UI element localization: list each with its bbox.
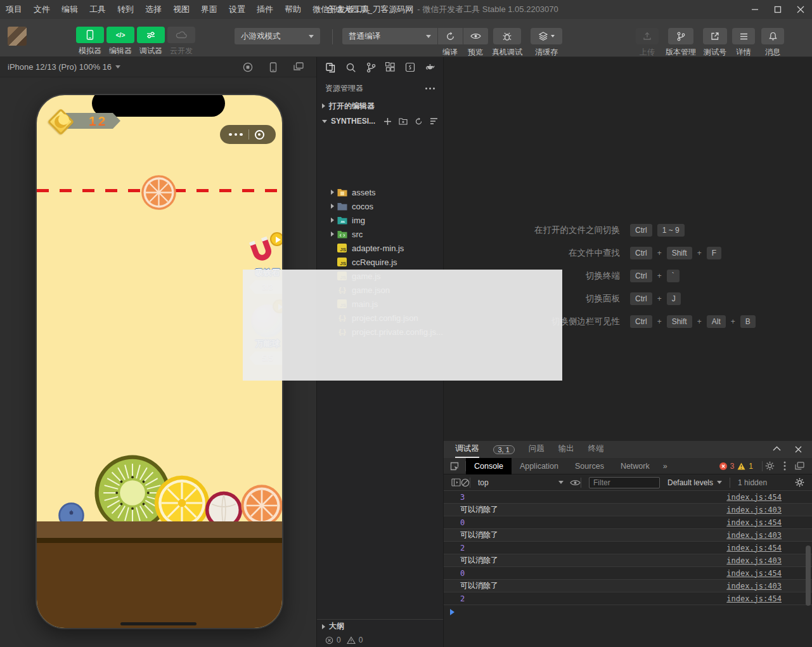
multi-window-icon[interactable]: [293, 62, 304, 72]
log-row[interactable]: 0index.js:454: [444, 516, 812, 529]
close-button[interactable]: [789, 0, 812, 19]
log-row[interactable]: 可以消除了index.js:403: [444, 504, 812, 516]
log-row[interactable]: 3index.js:454: [444, 491, 812, 504]
eye-icon[interactable]: [570, 479, 581, 487]
kebab-menu-icon[interactable]: [783, 461, 786, 471]
menu-edit[interactable]: 编辑: [56, 0, 84, 19]
menu-help[interactable]: 帮助: [279, 0, 307, 19]
outline-section[interactable]: 大纲: [317, 619, 443, 633]
source-link[interactable]: index.js:403: [726, 582, 782, 591]
menu-goto[interactable]: 转到: [112, 0, 139, 19]
tab-debugger[interactable]: 调试器: [455, 441, 479, 458]
test-account-button[interactable]: 测试号: [701, 28, 729, 58]
menu-project[interactable]: 项目: [0, 0, 28, 19]
compile-mode-select[interactable]: 普通编译: [342, 28, 437, 44]
rotate-device-icon[interactable]: [269, 62, 277, 72]
tab-problems[interactable]: 问题: [529, 441, 545, 458]
collapse-panel-icon[interactable]: [773, 446, 781, 453]
clear-cache-button[interactable]: 清缓存: [530, 28, 563, 58]
log-row[interactable]: 2index.js:454: [444, 592, 812, 605]
version-management-button[interactable]: 版本管理: [664, 28, 697, 58]
panel-sources[interactable]: Sources: [567, 458, 612, 474]
more-panels-icon[interactable]: »: [658, 462, 673, 471]
menu-tools[interactable]: 工具: [84, 0, 112, 19]
source-link[interactable]: index.js:454: [726, 569, 782, 578]
menu-plugins[interactable]: 插件: [251, 0, 279, 19]
source-link[interactable]: index.js:403: [726, 531, 782, 540]
more-menu-button[interactable]: [229, 133, 243, 136]
source-link[interactable]: index.js:454: [726, 544, 782, 552]
tree-item-folder[interactable]: src: [317, 227, 443, 241]
snippets-icon[interactable]: [405, 62, 415, 72]
console-settings-gear-icon[interactable]: [795, 478, 812, 487]
log-row[interactable]: 可以消除了index.js:403: [444, 580, 812, 592]
panel-console[interactable]: Console: [466, 458, 512, 474]
dock-side-icon[interactable]: [795, 462, 804, 470]
tab-output[interactable]: 输出: [558, 441, 574, 458]
log-row[interactable]: 0index.js:454: [444, 567, 812, 580]
panel-application[interactable]: Application: [512, 458, 567, 474]
game-mode-select[interactable]: 小游戏模式: [235, 28, 320, 44]
minimize-button[interactable]: [744, 0, 766, 19]
close-panel-icon[interactable]: [795, 446, 802, 453]
menu-settings[interactable]: 设置: [223, 0, 251, 19]
tree-item-file[interactable]: JSadapter-min.js: [317, 241, 443, 255]
device-debug-button[interactable]: 真机调试: [488, 28, 526, 58]
filter-input[interactable]: [589, 477, 660, 488]
inspect-icon[interactable]: [444, 461, 465, 471]
details-button[interactable]: 详情: [731, 28, 756, 58]
scrollbar-thumb[interactable]: [806, 546, 811, 606]
search-icon[interactable]: [345, 62, 356, 73]
menu-view[interactable]: 视图: [167, 0, 195, 19]
record-icon[interactable]: [243, 62, 253, 72]
maximize-button[interactable]: [766, 0, 789, 19]
log-row[interactable]: 可以消除了index.js:403: [444, 529, 812, 542]
preview-button[interactable]: [463, 28, 488, 44]
avatar[interactable]: [8, 27, 27, 46]
extensions-icon[interactable]: [385, 62, 396, 72]
source-link[interactable]: index.js:403: [726, 506, 782, 514]
source-link[interactable]: index.js:454: [726, 518, 782, 527]
console-prompt[interactable]: [444, 605, 812, 619]
log-levels-select[interactable]: Default levels: [667, 478, 722, 487]
settings-gear-icon[interactable]: [765, 461, 775, 471]
menu-interface[interactable]: 界面: [195, 0, 223, 19]
tab-terminal[interactable]: 终端: [588, 441, 604, 458]
tree-item-folder[interactable]: img: [317, 213, 443, 227]
compile-button[interactable]: [437, 28, 463, 44]
source-link[interactable]: index.js:454: [726, 594, 782, 603]
problems-status[interactable]: 0 0: [317, 633, 443, 647]
collapse-all-icon[interactable]: [430, 117, 438, 126]
log-row[interactable]: 2index.js:454: [444, 542, 812, 554]
tree-item-folder[interactable]: assets: [317, 185, 443, 199]
tree-item-folder[interactable]: cocos: [317, 199, 443, 213]
clear-console-icon[interactable]: [461, 478, 470, 487]
source-control-icon[interactable]: [366, 62, 376, 73]
simulator-toggle[interactable]: 模拟器: [75, 27, 105, 56]
tea-icon[interactable]: [425, 63, 436, 72]
issue-counts[interactable]: 3 1: [719, 462, 759, 471]
exit-button[interactable]: [255, 130, 264, 140]
log-row[interactable]: 可以消除了index.js:403: [444, 554, 812, 567]
device-selector[interactable]: iPhone 12/13 (Pro) 100% 16: [8, 62, 112, 72]
menu-select[interactable]: 选择: [139, 0, 167, 19]
new-folder-icon[interactable]: [399, 117, 408, 126]
menu-file[interactable]: 文件: [28, 0, 56, 19]
source-link[interactable]: index.js:403: [726, 556, 782, 565]
more-actions-icon[interactable]: [425, 88, 435, 89]
debugger-toggle[interactable]: 调试器: [136, 27, 166, 56]
new-file-icon[interactable]: [383, 117, 392, 126]
source-link[interactable]: index.js:454: [726, 493, 782, 502]
upload-button[interactable]: 上传: [635, 28, 659, 58]
tree-item-file[interactable]: JSccRequire.js: [317, 255, 443, 269]
files-icon[interactable]: [325, 62, 336, 73]
cloud-dev-toggle[interactable]: 云开发: [166, 27, 197, 56]
panel-network[interactable]: Network: [612, 458, 658, 474]
messages-button[interactable]: 消息: [761, 28, 785, 58]
editor-toggle[interactable]: </> 编辑器: [105, 27, 136, 56]
open-editors-section[interactable]: 打开的编辑器: [317, 99, 443, 113]
refresh-icon[interactable]: [415, 117, 423, 126]
console-sidebar-icon[interactable]: [444, 478, 461, 487]
frame-context-select[interactable]: top: [478, 478, 564, 487]
project-section[interactable]: SYNTHESI...: [317, 114, 443, 128]
